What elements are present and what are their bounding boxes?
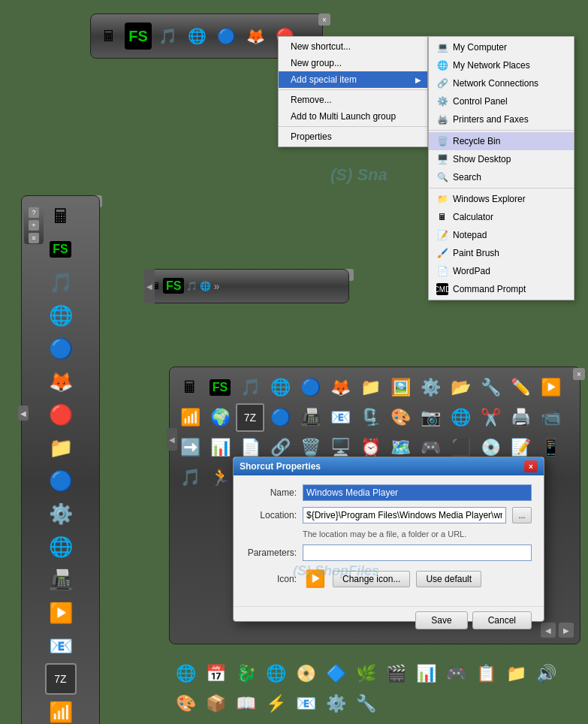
lg-icon-mail[interactable]: 📧 bbox=[326, 403, 354, 432]
dialog-use-default-button[interactable]: Use default bbox=[416, 571, 481, 587]
left-icon-chrome[interactable]: 🌐 bbox=[45, 300, 77, 331]
lg-icon-folder2[interactable]: 📂 bbox=[446, 373, 475, 402]
bot-icon-14[interactable]: 🎨 bbox=[171, 689, 200, 718]
left-icon-ie[interactable]: 🌐 bbox=[45, 531, 77, 563]
lg-icon-pres[interactable]: 📊 bbox=[206, 433, 234, 462]
left-icon-net[interactable]: 🔵 bbox=[45, 465, 77, 496]
dialog-save-button[interactable]: Save bbox=[415, 611, 467, 629]
lg-icon-paint[interactable]: 🎨 bbox=[386, 403, 415, 432]
lg-icon-fax[interactable]: 📠 bbox=[296, 403, 324, 432]
submenu-win-explorer[interactable]: 📁 Windows Explorer bbox=[429, 190, 574, 208]
lg-icon-media[interactable]: ▶️ bbox=[536, 373, 565, 402]
lg-icon-net2[interactable]: 🌍 bbox=[206, 403, 234, 432]
lg-icon-win[interactable]: 🔵 bbox=[296, 373, 324, 402]
submenu-my-network[interactable]: 🌐 My Network Places bbox=[429, 56, 574, 74]
left-icon-music[interactable]: 🎵 bbox=[45, 267, 77, 298]
context-menu-multi-launch[interactable]: Add to Multi Launch group bbox=[279, 108, 427, 125]
lg-icon-cut[interactable]: ✂️ bbox=[476, 403, 505, 432]
context-menu-new-group[interactable]: New group... bbox=[279, 55, 427, 71]
bot-icon-11[interactable]: 📋 bbox=[472, 659, 500, 688]
lg-icon-chrome[interactable]: 🌐 bbox=[266, 373, 294, 402]
left-icon-folder[interactable]: 📁 bbox=[45, 432, 77, 463]
submenu-paint-brush[interactable]: 🖌️ Paint Brush bbox=[429, 244, 574, 262]
lg-icon-printer[interactable]: 🖨️ bbox=[506, 403, 535, 432]
bot-icon-20[interactable]: 🔧 bbox=[351, 689, 380, 718]
bot-icon-17[interactable]: ⚡ bbox=[261, 689, 290, 718]
submenu-calculator[interactable]: 🖩 Calculator bbox=[429, 208, 574, 226]
ctrl-btn-2[interactable]: + bbox=[29, 220, 39, 231]
lg-icon-vid[interactable]: 📹 bbox=[536, 403, 565, 432]
bot-icon-19[interactable]: ⚙️ bbox=[321, 689, 350, 718]
bot-icon-10[interactable]: 🎮 bbox=[442, 659, 470, 688]
left-icon-fax[interactable]: 📠 bbox=[45, 564, 77, 596]
left-icon-settings[interactable]: ⚙️ bbox=[45, 498, 77, 529]
lg-icon-firefox[interactable]: 🦊 bbox=[326, 373, 354, 402]
lg-icon-7z[interactable]: 7Z bbox=[236, 403, 264, 432]
context-menu-add-special[interactable]: Add special item ▶ bbox=[279, 71, 427, 88]
bot-icon-13[interactable]: 🔊 bbox=[532, 659, 560, 688]
lg-icon-bt[interactable]: 📶 bbox=[176, 403, 204, 432]
dialog-cancel-button[interactable]: Cancel bbox=[472, 611, 532, 629]
ctrl-btn-1[interactable]: ? bbox=[29, 207, 39, 218]
mini-icon-more[interactable]: » bbox=[213, 280, 219, 292]
top-toolbar-icon-chrome[interactable]: 🌐 bbox=[183, 23, 210, 50]
left-icon-opera[interactable]: 🔴 bbox=[45, 399, 77, 430]
submenu-network-conn[interactable]: 🔗 Network Connections bbox=[429, 74, 574, 92]
lg-icon-globe[interactable]: 🌐 bbox=[446, 403, 475, 432]
bot-icon-3[interactable]: 🐉 bbox=[231, 659, 260, 688]
bot-icon-6[interactable]: 🔷 bbox=[321, 659, 350, 688]
submenu-cmd-prompt[interactable]: CMD Command Prompt bbox=[429, 280, 574, 298]
top-toolbar-icon-calc[interactable]: 🖩 bbox=[95, 23, 122, 50]
submenu-show-desktop[interactable]: 🖥️ Show Desktop bbox=[429, 150, 574, 168]
left-icon-firefox[interactable]: 🦊 bbox=[45, 366, 77, 397]
dialog-change-icon-button[interactable]: Change icon... bbox=[333, 571, 410, 587]
left-icon-mail[interactable]: 📧 bbox=[45, 630, 77, 662]
submenu-recycle-bin[interactable]: 🗑️ Recycle Bin bbox=[429, 132, 574, 150]
left-icon-win[interactable]: 🔵 bbox=[45, 333, 77, 364]
bot-icon-4[interactable]: 🌐 bbox=[261, 659, 290, 688]
submenu-control-panel[interactable]: ⚙️ Control Panel bbox=[429, 92, 574, 110]
dialog-close-button[interactable]: × bbox=[524, 460, 538, 472]
bot-icon-16[interactable]: 📖 bbox=[231, 689, 260, 718]
top-toolbar-close[interactable]: × bbox=[318, 14, 330, 26]
lg-icon-arrow[interactable]: ➡️ bbox=[176, 433, 204, 462]
context-menu-properties[interactable]: Properties bbox=[279, 128, 427, 145]
left-icon-calc[interactable]: 🖩 bbox=[45, 201, 77, 232]
submenu-search[interactable]: 🔍 Search bbox=[429, 168, 574, 186]
lg-icon-zip[interactable]: 🗜️ bbox=[356, 403, 384, 432]
bot-icon-12[interactable]: 📁 bbox=[502, 659, 530, 688]
submenu-notepad[interactable]: 📝 Notepad bbox=[429, 226, 574, 244]
lg-icon-edit[interactable]: ✏️ bbox=[506, 373, 535, 402]
bot-icon-9[interactable]: 📊 bbox=[412, 659, 440, 688]
lg-icon-cam[interactable]: 📷 bbox=[416, 403, 445, 432]
dialog-location-input[interactable] bbox=[303, 507, 506, 523]
top-toolbar-icon-fs[interactable]: FS bbox=[125, 23, 152, 50]
lg-icon-settings[interactable]: ⚙️ bbox=[416, 373, 445, 402]
lg-icon-run[interactable]: 🏃 bbox=[206, 463, 234, 492]
left-icon-media[interactable]: ▶️ bbox=[45, 597, 77, 629]
submenu-my-computer[interactable]: 💻 My Computer bbox=[429, 38, 574, 56]
lg-icon-music[interactable]: 🎵 bbox=[236, 373, 264, 402]
large-toolbar-left-arrow[interactable]: ◀ bbox=[167, 428, 177, 451]
lg-icon-img[interactable]: 🖼️ bbox=[386, 373, 415, 402]
left-icon-fs[interactable]: FS bbox=[45, 234, 77, 265]
lg-icon-tools[interactable]: 🔧 bbox=[476, 373, 505, 402]
context-menu-remove[interactable]: Remove... bbox=[279, 92, 427, 108]
bot-icon-18[interactable]: 📧 bbox=[291, 689, 320, 718]
left-icon-bt[interactable]: 📶 bbox=[45, 696, 77, 724]
left-toolbar-scroll[interactable]: ◀ bbox=[18, 406, 29, 421]
mini-icon-music[interactable]: 🎵 bbox=[186, 281, 198, 291]
submenu-wordpad[interactable]: 📄 WordPad bbox=[429, 262, 574, 280]
bot-icon-7[interactable]: 🌿 bbox=[351, 659, 380, 688]
lg-icon-fs[interactable]: FS bbox=[206, 373, 234, 402]
large-toolbar-close[interactable]: × bbox=[573, 368, 585, 380]
ctrl-btn-3[interactable]: ≡ bbox=[29, 233, 39, 243]
bot-icon-8[interactable]: 🎬 bbox=[381, 659, 410, 688]
top-toolbar-icon-win[interactable]: 🔵 bbox=[213, 23, 240, 50]
bot-icon-2[interactable]: 📅 bbox=[201, 659, 230, 688]
top-toolbar-icon-music[interactable]: 🎵 bbox=[154, 23, 181, 50]
lg-icon-music2[interactable]: 🎵 bbox=[176, 463, 204, 492]
lg-icon-folder[interactable]: 📁 bbox=[356, 373, 384, 402]
mini-icon-fs[interactable]: FS bbox=[163, 279, 184, 293]
context-menu-new-shortcut[interactable]: New shortcut... bbox=[279, 38, 427, 55]
